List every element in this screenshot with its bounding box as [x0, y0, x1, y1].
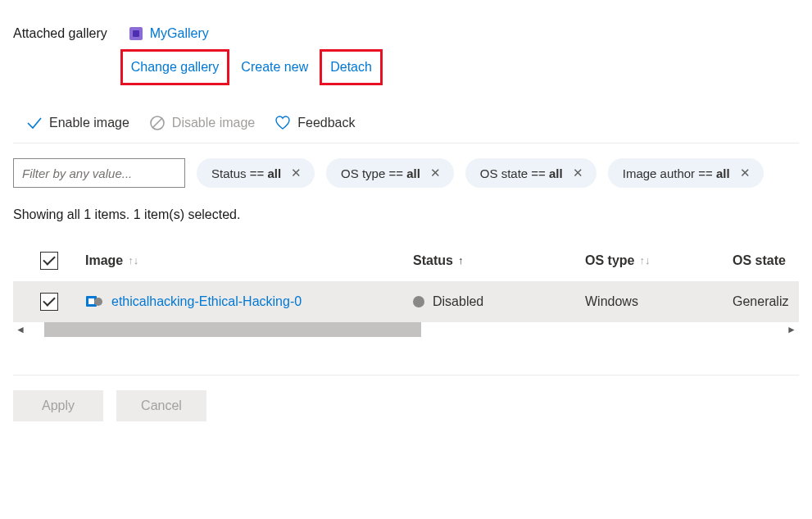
- pill-label: Status ==: [211, 166, 267, 180]
- sort-icon: ↑↓: [639, 254, 650, 266]
- change-gallery-link[interactable]: Change gallery: [131, 60, 220, 74]
- col-os-type-label: OS type: [585, 253, 634, 268]
- disable-image-button: Disable image: [149, 115, 255, 131]
- horizontal-scrollbar[interactable]: ◄ ►: [13, 322, 799, 337]
- os-type-text: Windows: [585, 294, 733, 309]
- svg-point-6: [94, 298, 102, 306]
- col-status-label: Status: [413, 253, 453, 268]
- status-dot-icon: [413, 296, 424, 307]
- pill-value: all: [549, 166, 563, 180]
- enable-image-label: Enable image: [49, 116, 129, 130]
- disable-icon: [149, 115, 166, 131]
- image-name-link[interactable]: ethicalhacking-Ethical-Hacking-0: [111, 294, 302, 309]
- pill-label: OS type ==: [341, 166, 406, 180]
- apply-button[interactable]: Apply: [13, 390, 103, 421]
- command-toolbar: Enable image Disable image Feedback: [13, 115, 799, 143]
- filter-input[interactable]: [13, 158, 185, 188]
- svg-rect-1: [133, 30, 139, 37]
- scroll-left-arrow-icon[interactable]: ◄: [13, 322, 28, 337]
- checkmark-icon: [26, 115, 43, 131]
- filter-pill-os-type[interactable]: OS type == all ✕: [326, 158, 454, 188]
- filter-pill-status[interactable]: Status == all ✕: [197, 158, 315, 188]
- sort-asc-icon: ↑: [458, 254, 464, 266]
- create-new-link[interactable]: Create new: [238, 52, 311, 83]
- column-header-image[interactable]: Image ↑↓: [85, 253, 413, 268]
- vm-image-icon: [85, 293, 103, 311]
- feedback-label: Feedback: [297, 116, 355, 130]
- sort-icon: ↑↓: [128, 254, 138, 266]
- detach-link[interactable]: Detach: [330, 60, 372, 74]
- pill-value: all: [716, 166, 730, 180]
- feedback-button[interactable]: Feedback: [274, 115, 355, 131]
- attached-gallery-header: Attached gallery MyGallery Change galler…: [13, 16, 799, 85]
- pill-label: OS state ==: [480, 166, 549, 180]
- os-state-text: Generaliz: [733, 294, 799, 309]
- column-header-os-type[interactable]: OS type ↑↓: [585, 253, 733, 268]
- col-image-label: Image: [85, 253, 123, 268]
- select-all-checkbox[interactable]: [40, 252, 58, 270]
- footer-actions: Apply Cancel: [13, 375, 799, 421]
- images-table: Image ↑↓ Status ↑ OS type ↑↓ OS state: [13, 240, 799, 337]
- col-os-state-label: OS state: [733, 253, 786, 268]
- filter-pill-os-state[interactable]: OS state == all ✕: [465, 158, 597, 188]
- cancel-button[interactable]: Cancel: [116, 390, 206, 421]
- pill-value: all: [267, 166, 281, 180]
- pill-label: Image author ==: [623, 166, 716, 180]
- close-icon[interactable]: ✕: [289, 166, 303, 180]
- filter-bar: Status == all ✕ OS type == all ✕ OS stat…: [13, 143, 799, 196]
- gallery-name-link[interactable]: MyGallery: [150, 26, 209, 41]
- gallery-icon: [129, 26, 143, 41]
- heart-icon: [274, 115, 291, 131]
- table-row[interactable]: ethicalhacking-Ethical-Hacking-0 Disable…: [13, 281, 799, 322]
- close-icon[interactable]: ✕: [571, 166, 585, 180]
- result-summary: Showing all 1 items. 1 item(s) selected.: [13, 196, 799, 240]
- status-text: Disabled: [433, 294, 483, 309]
- scroll-right-arrow-icon[interactable]: ►: [784, 322, 799, 337]
- pill-value: all: [406, 166, 420, 180]
- close-icon[interactable]: ✕: [429, 166, 442, 180]
- svg-rect-5: [88, 298, 94, 304]
- attached-gallery-label: Attached gallery: [13, 16, 107, 41]
- column-header-status[interactable]: Status ↑: [413, 253, 585, 268]
- enable-image-button[interactable]: Enable image: [26, 115, 129, 131]
- scroll-thumb[interactable]: [44, 322, 421, 337]
- disable-image-label: Disable image: [172, 116, 255, 130]
- table-header: Image ↑↓ Status ↑ OS type ↑↓ OS state: [13, 240, 799, 281]
- filter-pill-image-author[interactable]: Image author == all ✕: [608, 158, 764, 188]
- highlight-change-gallery: Change gallery: [120, 49, 230, 85]
- highlight-detach: Detach: [320, 49, 383, 85]
- scroll-track[interactable]: [28, 322, 784, 337]
- row-checkbox[interactable]: [40, 293, 58, 311]
- column-header-os-state[interactable]: OS state: [733, 253, 799, 268]
- close-icon[interactable]: ✕: [738, 166, 752, 180]
- svg-line-3: [152, 118, 162, 128]
